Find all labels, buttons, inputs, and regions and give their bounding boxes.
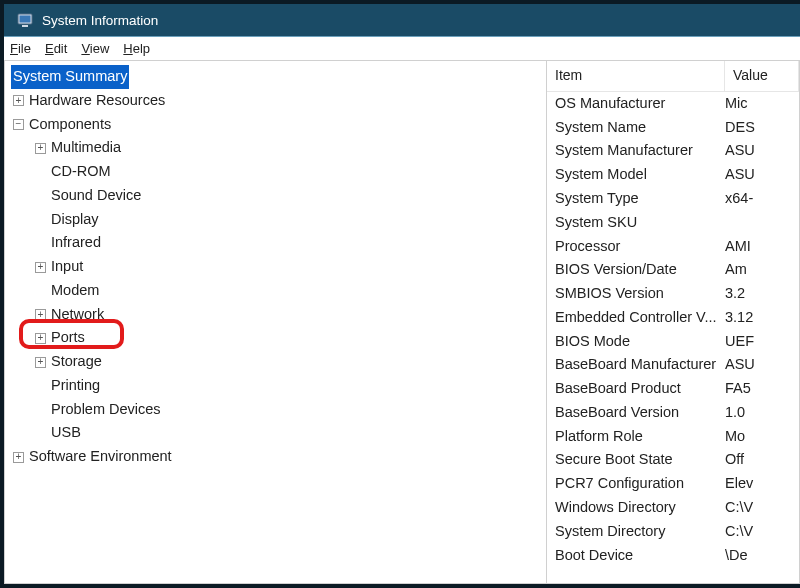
cell-value: Off bbox=[725, 448, 799, 472]
cell-value: FA5 bbox=[725, 377, 799, 401]
table-row[interactable]: System ModelASU bbox=[547, 163, 799, 187]
titlebar: System Information bbox=[4, 4, 800, 36]
cell-value: 3.2 bbox=[725, 282, 799, 306]
table-row[interactable]: Secure Boot StateOff bbox=[547, 448, 799, 472]
cell-item: SMBIOS Version bbox=[547, 282, 725, 306]
cell-item: System Manufacturer bbox=[547, 139, 725, 163]
cell-value: 1.0 bbox=[725, 401, 799, 425]
cell-value: C:\V bbox=[725, 496, 799, 520]
tree-item-infrared[interactable]: Infrared bbox=[51, 231, 101, 255]
cell-item: BIOS Mode bbox=[547, 330, 725, 354]
cell-value: x64- bbox=[725, 187, 799, 211]
expand-icon[interactable]: + bbox=[35, 309, 46, 320]
tree-item-storage[interactable]: Storage bbox=[51, 350, 102, 374]
expand-icon[interactable]: + bbox=[35, 333, 46, 344]
svg-rect-2 bbox=[22, 25, 28, 27]
tree-item-hardware-resources[interactable]: Hardware Resources bbox=[29, 89, 165, 113]
cell-value: ASU bbox=[725, 163, 799, 187]
cell-item: BaseBoard Manufacturer bbox=[547, 353, 725, 377]
table-row[interactable]: Boot Device\De bbox=[547, 544, 799, 568]
cell-item: Platform Role bbox=[547, 425, 725, 449]
svg-rect-1 bbox=[20, 16, 31, 23]
cell-item: Embedded Controller V... bbox=[547, 306, 725, 330]
cell-item: BaseBoard Product bbox=[547, 377, 725, 401]
tree-pane[interactable]: System Summary + Hardware Resources − Co… bbox=[4, 61, 547, 584]
tree-item-sound-device[interactable]: Sound Device bbox=[51, 184, 141, 208]
cell-value: ASU bbox=[725, 139, 799, 163]
expand-icon[interactable]: + bbox=[13, 452, 24, 463]
cell-value: Mic bbox=[725, 92, 799, 116]
table-row[interactable]: System NameDES bbox=[547, 116, 799, 140]
tree-item-ports[interactable]: Ports bbox=[51, 326, 85, 350]
menu-file[interactable]: File bbox=[10, 41, 31, 56]
cell-value: \De bbox=[725, 544, 799, 568]
expand-icon[interactable]: + bbox=[35, 143, 46, 154]
collapse-icon[interactable]: − bbox=[13, 119, 24, 130]
tree-item-modem[interactable]: Modem bbox=[51, 279, 99, 303]
tree-item-software-environment[interactable]: Software Environment bbox=[29, 445, 172, 469]
table-row[interactable]: BaseBoard ProductFA5 bbox=[547, 377, 799, 401]
cell-item: BaseBoard Version bbox=[547, 401, 725, 425]
menu-view[interactable]: View bbox=[81, 41, 109, 56]
expand-icon[interactable]: + bbox=[35, 357, 46, 368]
table-row[interactable]: PCR7 ConfigurationElev bbox=[547, 472, 799, 496]
menu-edit[interactable]: Edit bbox=[45, 41, 67, 56]
tree-item-cdrom[interactable]: CD-ROM bbox=[51, 160, 111, 184]
cell-item: Secure Boot State bbox=[547, 448, 725, 472]
tree-item-printing[interactable]: Printing bbox=[51, 374, 100, 398]
tree-root-system-summary[interactable]: System Summary bbox=[11, 65, 540, 89]
table-row[interactable]: Embedded Controller V...3.12 bbox=[547, 306, 799, 330]
table-row[interactable]: BIOS Version/DateAm bbox=[547, 258, 799, 282]
table-row[interactable]: ProcessorAMI bbox=[547, 235, 799, 259]
cell-item: System Type bbox=[547, 187, 725, 211]
cell-value: DES bbox=[725, 116, 799, 140]
cell-value bbox=[725, 211, 799, 235]
cell-value: UEF bbox=[725, 330, 799, 354]
cell-value: Elev bbox=[725, 472, 799, 496]
tree-item-display[interactable]: Display bbox=[51, 208, 99, 232]
cell-value: ASU bbox=[725, 353, 799, 377]
cell-item: Boot Device bbox=[547, 544, 725, 568]
table-row[interactable]: OS ManufacturerMic bbox=[547, 92, 799, 116]
cell-value: C:\V bbox=[725, 520, 799, 544]
tree-label: System Summary bbox=[11, 65, 129, 89]
table-row[interactable]: Platform RoleMo bbox=[547, 425, 799, 449]
table-row[interactable]: System Typex64- bbox=[547, 187, 799, 211]
table-row[interactable]: System ManufacturerASU bbox=[547, 139, 799, 163]
table-row[interactable]: SMBIOS Version3.2 bbox=[547, 282, 799, 306]
tree-item-multimedia[interactable]: Multimedia bbox=[51, 136, 121, 160]
cell-value: Mo bbox=[725, 425, 799, 449]
tree-item-components[interactable]: Components bbox=[29, 113, 111, 137]
table-row[interactable]: BaseBoard Version1.0 bbox=[547, 401, 799, 425]
cell-item: Windows Directory bbox=[547, 496, 725, 520]
cell-item: PCR7 Configuration bbox=[547, 472, 725, 496]
cell-value: 3.12 bbox=[725, 306, 799, 330]
cell-item: System Directory bbox=[547, 520, 725, 544]
table-row[interactable]: Windows DirectoryC:\V bbox=[547, 496, 799, 520]
window-title: System Information bbox=[42, 13, 158, 28]
cell-item: System Name bbox=[547, 116, 725, 140]
cell-item: System SKU bbox=[547, 211, 725, 235]
cell-item: BIOS Version/Date bbox=[547, 258, 725, 282]
column-item[interactable]: Item bbox=[547, 61, 725, 91]
tree-item-input[interactable]: Input bbox=[51, 255, 83, 279]
expand-icon[interactable]: + bbox=[13, 95, 24, 106]
cell-item: System Model bbox=[547, 163, 725, 187]
cell-value: AMI bbox=[725, 235, 799, 259]
table-row[interactable]: System SKU bbox=[547, 211, 799, 235]
columns-header: Item Value bbox=[547, 61, 799, 92]
table-row[interactable]: BaseBoard ManufacturerASU bbox=[547, 353, 799, 377]
menubar: File Edit View Help bbox=[4, 37, 800, 61]
cell-item: Processor bbox=[547, 235, 725, 259]
table-row[interactable]: BIOS ModeUEF bbox=[547, 330, 799, 354]
expand-icon[interactable]: + bbox=[35, 262, 46, 273]
menu-help[interactable]: Help bbox=[123, 41, 150, 56]
tree-item-network[interactable]: Network bbox=[51, 303, 104, 327]
cell-value: Am bbox=[725, 258, 799, 282]
details-pane[interactable]: Item Value OS ManufacturerMicSystem Name… bbox=[547, 61, 800, 584]
tree-item-problem-devices[interactable]: Problem Devices bbox=[51, 398, 161, 422]
cell-item: OS Manufacturer bbox=[547, 92, 725, 116]
tree-item-usb[interactable]: USB bbox=[51, 421, 81, 445]
column-value[interactable]: Value bbox=[725, 61, 799, 91]
table-row[interactable]: System DirectoryC:\V bbox=[547, 520, 799, 544]
